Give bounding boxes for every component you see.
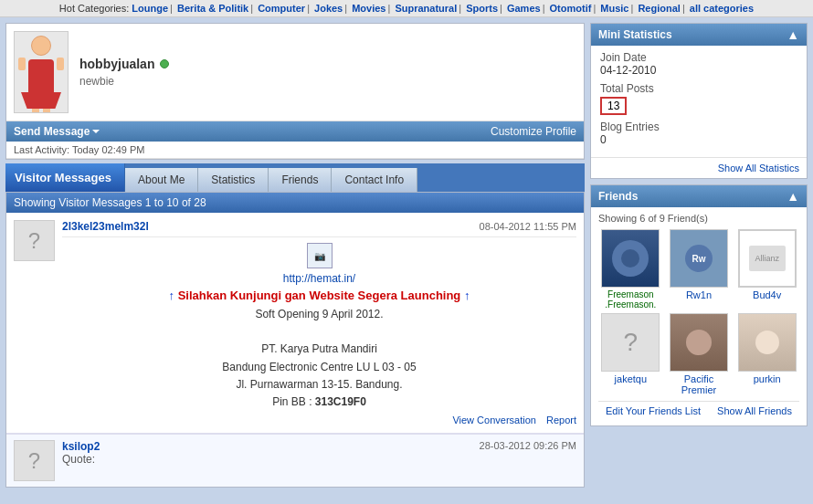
vm-image-placeholder: 📷	[62, 243, 576, 268]
friends-collapse-icon[interactable]: ▲	[787, 189, 799, 204]
avatar-skirt	[21, 92, 61, 109]
vm-actions-1: View Conversation Report	[62, 411, 576, 425]
friend-name-rw1n[interactable]: Rw1n	[686, 289, 712, 300]
vm-avatar-2: ?	[14, 440, 55, 481]
friend-avatar-freemason[interactable]	[601, 229, 660, 288]
hot-categories-label: Hot Categories:	[59, 3, 129, 14]
edit-friends-link[interactable]: Edit Your Friends List	[606, 405, 701, 416]
main-layout: hobbyjualan newbie Send Message Customiz…	[0, 17, 813, 493]
friends-count: Showing 6 of 9 Friend(s)	[598, 213, 799, 224]
friend-avatar-bud4v[interactable]: Allianz	[738, 229, 797, 288]
arrow-up-icon: ↑	[169, 289, 175, 302]
join-date-label: Join Date	[600, 51, 797, 64]
profile-name: hobbyjualan	[79, 57, 576, 71]
friend-item-pacific: Pacific Premier	[667, 313, 732, 395]
blog-entries-row: Blog Entries 0	[600, 121, 797, 146]
profile-tabs: Visitor Messages About Me Statistics Fri…	[5, 163, 585, 192]
top-bar: Hot Categories: Lounge| Berita & Politik…	[0, 0, 813, 17]
tab-contact-info[interactable]: Contact Info	[332, 168, 417, 192]
friend-avatar-purkin[interactable]	[738, 313, 797, 372]
vm-username-1[interactable]: 2l3kel23melm32l	[62, 220, 149, 233]
cat-berita[interactable]: Berita & Politik	[177, 3, 248, 14]
vm-message-1: ? 2l3kel23melm32l 08-04-2012 11:55 PM 📷 …	[6, 213, 584, 434]
vm-body-1: 📷 http://hemat.in/ ↑ Silahkan Kunjungi g…	[62, 243, 576, 425]
friend-name-freemason[interactable]: Freemason .Freemason.	[605, 289, 656, 310]
cat-music[interactable]: Music	[600, 3, 628, 14]
friend-avatar-jaketqu[interactable]: ?	[601, 313, 660, 372]
mini-stats-title: Mini Statistics	[598, 28, 672, 41]
left-column: hobbyjualan newbie Send Message Customiz…	[5, 23, 585, 488]
cat-movies[interactable]: Movies	[352, 3, 385, 14]
vm-soft-opening: Soft Opening 9 April 2012.	[62, 306, 576, 323]
tab-visitor-messages[interactable]: Visitor Messages	[5, 163, 125, 192]
image-icon: 📷	[307, 243, 333, 268]
vm-company: PT. Karya Putra Mandiri Bandung Electron…	[62, 323, 576, 411]
visitor-messages-box: Showing Visitor Messages 1 to 10 of 28 ?…	[5, 192, 585, 488]
cat-lounge[interactable]: Lounge	[132, 3, 168, 14]
avatar-head	[31, 36, 51, 56]
friend-name-bud4v[interactable]: Bud4v	[753, 289, 781, 300]
vm-header: Showing Visitor Messages 1 to 10 of 28	[6, 193, 584, 213]
show-all-friends-link[interactable]: Show All Friends	[717, 405, 792, 416]
vm-message-2: ? ksilop2 28-03-2012 09:26 PM Quote:	[6, 434, 584, 487]
report-link[interactable]: Report	[546, 415, 576, 425]
cat-supranatural[interactable]: Supranatural	[395, 3, 457, 14]
cat-jokes[interactable]: Jokes	[314, 3, 343, 14]
friend-item-bud4v: Allianz Bud4v	[734, 229, 799, 310]
tab-statistics[interactable]: Statistics	[198, 168, 269, 192]
cat-games[interactable]: Games	[507, 3, 541, 14]
cat-computer[interactable]: Computer	[258, 3, 305, 14]
vm-date-2: 28-03-2012 09:26 PM	[480, 440, 576, 453]
friends-header: Friends ▲	[591, 185, 807, 207]
friend-name-pacific[interactable]: Pacific Premier	[667, 373, 732, 395]
avatar-legs	[32, 109, 50, 113]
profile-action-bar: Send Message Customize Profile	[6, 121, 584, 142]
blog-entries-label: Blog Entries	[600, 121, 797, 133]
profile-rank: newbie	[79, 75, 576, 88]
dropdown-arrow-icon	[92, 130, 100, 137]
pinbb-value: 313C19F0	[315, 395, 366, 408]
friend-item-freemason: Freemason .Freemason.	[598, 229, 663, 310]
vm-avatar-1: ?	[14, 220, 55, 261]
friend-item-rw1n: Rw Rw1n	[667, 229, 732, 310]
avatar-body	[28, 59, 54, 92]
friend-avatar-pacific[interactable]	[670, 313, 728, 372]
customize-profile-link[interactable]: Customize Profile	[491, 125, 576, 138]
cat-sports[interactable]: Sports	[466, 3, 498, 14]
show-all-stats-link[interactable]: Show All Statistics	[718, 163, 799, 173]
send-message-button[interactable]: Send Message	[14, 125, 100, 138]
join-date-row: Join Date 04-12-2010	[600, 51, 797, 77]
collapse-icon[interactable]: ▲	[787, 27, 799, 42]
friends-footer: Edit Your Friends List Show All Friends	[598, 401, 799, 420]
friends-grid: Freemason .Freemason. Rw	[598, 229, 799, 395]
view-conversation-link[interactable]: View Conversation	[452, 415, 536, 425]
profile-box: hobbyjualan newbie Send Message Customiz…	[5, 23, 585, 160]
friend-item-jaketqu: ? jaketqu	[598, 313, 663, 395]
friend-name-jaketqu[interactable]: jaketqu	[615, 373, 647, 384]
join-date-value: 04-12-2010	[600, 64, 797, 77]
cat-all[interactable]: all categories	[690, 3, 754, 14]
stats-body: Join Date 04-12-2010 Total Posts 13 Blog…	[591, 46, 807, 157]
cat-regional[interactable]: Regional	[638, 3, 680, 14]
tab-about-me[interactable]: About Me	[125, 168, 198, 192]
vm-username-2[interactable]: ksilop2	[62, 440, 100, 453]
friends-title: Friends	[598, 190, 638, 203]
avatar	[14, 31, 69, 113]
vm-promo-text: ↑ Silahkan Kunjungi gan Website Segera L…	[62, 289, 576, 302]
online-indicator	[160, 59, 169, 68]
total-posts-row: Total Posts 13	[600, 82, 797, 115]
total-posts-value: 13	[600, 97, 627, 115]
friends-panel: Friends ▲ Showing 6 of 9 Friend(s)	[590, 184, 808, 426]
profile-info: hobbyjualan newbie	[79, 57, 576, 88]
vm-msg-header-1: 2l3kel23melm32l 08-04-2012 11:55 PM	[62, 220, 576, 237]
cat-otomotif[interactable]: Otomotif	[550, 3, 592, 14]
vm-quote-label: Quote:	[62, 453, 576, 466]
vm-promo-link[interactable]: http://hemat.in/	[62, 272, 576, 285]
mini-statistics-panel: Mini Statistics ▲ Join Date 04-12-2010 T…	[590, 23, 808, 179]
friend-item-purkin: purkin	[734, 313, 799, 395]
blog-entries-value: 0	[600, 133, 797, 146]
friend-avatar-rw1n[interactable]: Rw	[670, 229, 728, 288]
friend-name-purkin[interactable]: purkin	[754, 373, 781, 384]
tab-friends[interactable]: Friends	[269, 168, 332, 192]
total-posts-label: Total Posts	[600, 82, 797, 95]
